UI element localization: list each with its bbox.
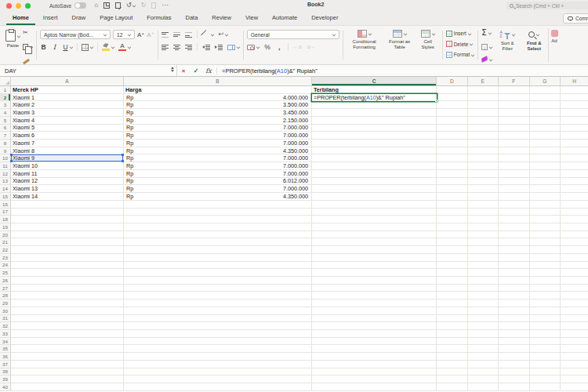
autosum-button[interactable]: Σ	[481, 29, 492, 37]
cell-F4[interactable]	[499, 109, 530, 117]
cell-C31[interactable]	[312, 315, 437, 323]
row-header-15[interactable]: 15	[0, 193, 11, 201]
cell-A29[interactable]	[11, 299, 124, 307]
cell-F8[interactable]	[499, 140, 530, 147]
cell-A3[interactable]: Xiaomi 2	[11, 101, 124, 109]
cell-E25[interactable]	[468, 269, 499, 277]
cell-A31[interactable]	[11, 315, 124, 323]
cell-E20[interactable]	[468, 231, 499, 239]
cell-C1[interactable]: Terbilang	[312, 86, 437, 94]
tab-developer[interactable]: Developer	[305, 11, 344, 25]
cell-E3[interactable]	[468, 101, 499, 109]
cell-A32[interactable]	[11, 322, 124, 330]
cell-H33[interactable]	[561, 330, 588, 338]
find-select-button[interactable]: Find & Select	[522, 28, 546, 62]
cell-E11[interactable]	[468, 162, 499, 170]
cell-F32[interactable]	[499, 322, 530, 330]
fill-button[interactable]: ↓	[481, 44, 492, 50]
cell-D36[interactable]	[437, 353, 468, 361]
row-header-31[interactable]: 31	[0, 315, 11, 323]
cell-D19[interactable]	[437, 223, 468, 231]
cell-E29[interactable]	[468, 299, 499, 307]
comments-button[interactable]: Comments	[563, 13, 588, 24]
cell-C11[interactable]	[312, 162, 437, 170]
row-header-22[interactable]: 22	[0, 246, 11, 254]
cell-G8[interactable]	[530, 140, 561, 147]
cell-G34[interactable]	[530, 338, 561, 346]
cell-B10[interactable]: Rp7.000.000	[124, 154, 312, 162]
cell-F17[interactable]	[499, 209, 530, 216]
cell-H4[interactable]	[561, 109, 588, 117]
tab-view[interactable]: View	[239, 11, 264, 25]
cell-F15[interactable]	[499, 193, 530, 201]
cell-B18[interactable]	[124, 216, 312, 223]
cell-D14[interactable]	[437, 185, 468, 193]
cell-F25[interactable]	[499, 269, 530, 277]
cell-A16[interactable]	[11, 201, 124, 209]
row-header-19[interactable]: 19	[0, 223, 11, 231]
cell-F36[interactable]	[499, 353, 530, 361]
cell-C27[interactable]	[312, 285, 437, 292]
grow-font-button[interactable]: A▲	[137, 31, 144, 38]
cell-H6[interactable]	[561, 125, 588, 132]
cell-C17[interactable]	[312, 209, 437, 216]
align-right-icon[interactable]	[185, 45, 192, 50]
cell-C18[interactable]	[312, 216, 437, 223]
cell-F23[interactable]	[499, 254, 530, 262]
increase-decimal-button[interactable]: ←.0	[293, 45, 302, 49]
cell-C6[interactable]	[312, 125, 437, 132]
format-cells-button[interactable]: Format	[446, 49, 475, 60]
cell-B3[interactable]: Rp3.500.000	[124, 101, 312, 109]
cell-F24[interactable]	[499, 262, 530, 270]
cell-A20[interactable]	[11, 231, 124, 239]
cell-E34[interactable]	[468, 338, 499, 346]
cell-G31[interactable]	[530, 315, 561, 323]
cell-G23[interactable]	[530, 254, 561, 262]
font-name-select[interactable]: Aptos Narrow (Bod...	[40, 30, 111, 39]
format-as-table-button[interactable]: Format as Table	[386, 28, 414, 62]
cell-E35[interactable]	[468, 345, 499, 353]
cell-G35[interactable]	[530, 345, 561, 353]
cell-E4[interactable]	[468, 109, 499, 117]
cell-G9[interactable]	[530, 147, 561, 155]
cell-F11[interactable]	[499, 162, 530, 170]
row-header-39[interactable]: 39	[0, 376, 11, 383]
cell-H37[interactable]	[561, 361, 588, 368]
cell-E37[interactable]	[468, 361, 499, 368]
addins-button[interactable]: Ad	[548, 28, 556, 62]
cell-D23[interactable]	[437, 254, 468, 262]
cell-B13[interactable]: Rp6.012.000	[124, 178, 312, 186]
cell-D34[interactable]	[437, 338, 468, 346]
cell-E14[interactable]	[468, 185, 499, 193]
cell-C25[interactable]	[312, 269, 437, 277]
align-center-icon[interactable]	[173, 45, 180, 50]
cell-G10[interactable]	[530, 154, 561, 162]
cell-C40[interactable]	[312, 383, 437, 391]
cell-F1[interactable]	[499, 86, 530, 94]
cell-E13[interactable]	[468, 178, 499, 186]
cell-B35[interactable]	[124, 345, 312, 353]
cell-B29[interactable]	[124, 299, 312, 307]
cell-D8[interactable]	[437, 140, 468, 147]
cell-B31[interactable]	[124, 315, 312, 323]
column-header-d[interactable]: D	[437, 77, 468, 85]
name-box-stepper[interactable]	[171, 67, 174, 72]
cell-C28[interactable]	[312, 292, 437, 299]
cell-E18[interactable]	[468, 216, 499, 223]
cell-F13[interactable]	[499, 178, 530, 186]
row-header-5[interactable]: 5	[0, 117, 11, 125]
cell-A40[interactable]	[11, 383, 124, 391]
cell-D13[interactable]	[437, 178, 468, 186]
cell-D10[interactable]	[437, 154, 468, 162]
row-header-25[interactable]: 25	[0, 269, 11, 277]
cell-F27[interactable]	[499, 285, 530, 292]
cell-G27[interactable]	[530, 285, 561, 292]
cell-C3[interactable]	[312, 101, 437, 109]
cell-H32[interactable]	[561, 322, 588, 330]
cell-D31[interactable]	[437, 315, 468, 323]
cell-G6[interactable]	[530, 125, 561, 132]
undo-button[interactable]: ↺	[126, 2, 136, 9]
cell-G14[interactable]	[530, 185, 561, 193]
cell-D32[interactable]	[437, 322, 468, 330]
column-header-f[interactable]: F	[499, 77, 530, 85]
